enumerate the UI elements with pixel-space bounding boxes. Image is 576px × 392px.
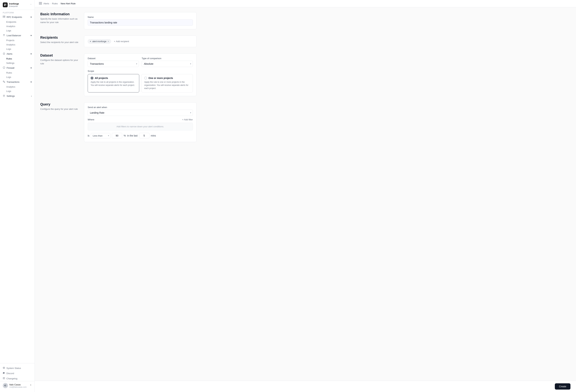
recipients-title: Recipients bbox=[40, 36, 79, 40]
svg-point-8 bbox=[4, 95, 4, 96]
query-desc: Configure the query for your alert rule bbox=[40, 107, 79, 111]
sidebar-item-logs-rpc[interactable]: Logs bbox=[0, 28, 34, 33]
app-plan: Enterprise bbox=[9, 5, 19, 7]
sidebar-settings-icon-wrap: Settings bbox=[3, 95, 15, 98]
breadcrumb-alerts[interactable]: Alerts bbox=[43, 2, 49, 5]
platform-label: Platform bbox=[0, 10, 34, 14]
svg-point-10 bbox=[4, 367, 4, 368]
sidebar-group-transactions-label: Transactions bbox=[7, 81, 19, 83]
chevron-down-icon: ▾ bbox=[30, 16, 32, 18]
scope-one-title: One or more projects bbox=[148, 77, 173, 79]
sidebar-footer: System Status Discord Changelog IC Italo… bbox=[0, 363, 34, 392]
svg-rect-2 bbox=[4, 5, 5, 6]
sidebar-toggle-icon[interactable]: ⌃ bbox=[30, 4, 32, 6]
sidebar-item-logs-firewall[interactable]: Logs bbox=[0, 75, 34, 79]
app-brand: Ironforge Enterprise bbox=[9, 2, 19, 7]
system-status-label: System Status bbox=[6, 367, 21, 369]
sidebar-header: Ironforge Enterprise ⌃ bbox=[0, 0, 34, 10]
condition-in-last-label: in the last bbox=[127, 134, 138, 137]
sidebar-item-endpoints[interactable]: Endpoints bbox=[0, 20, 34, 24]
dataset-select[interactable]: Transactions bbox=[88, 61, 139, 67]
condition-time-input[interactable] bbox=[139, 133, 149, 138]
recipient-tag-label: alert-ironforge bbox=[92, 40, 106, 43]
query-left: Query Configure the query for your alert… bbox=[40, 102, 79, 111]
sidebar-group-rpc-icon-wrap: RPC Endpoints bbox=[3, 16, 22, 19]
svg-point-7 bbox=[4, 17, 5, 17]
sidebar-group-alerts-header[interactable]: Alerts ▾ bbox=[0, 51, 34, 56]
basic-info-card: Name bbox=[84, 12, 197, 29]
dataset-select-wrap: Transactions ▾ bbox=[88, 61, 139, 67]
breadcrumb-sep-2: › bbox=[59, 2, 59, 5]
changelog-icon bbox=[3, 377, 5, 380]
avatar: IC bbox=[3, 383, 8, 388]
sidebar-item-logs-tx[interactable]: Logs bbox=[0, 89, 34, 93]
sidebar-item-analytics-rpc[interactable]: Analytics bbox=[0, 24, 34, 28]
create-button[interactable]: Create bbox=[555, 383, 571, 390]
dataset-card: Dataset Transactions ▾ Type of compariso… bbox=[84, 53, 197, 96]
bell-icon bbox=[3, 52, 5, 55]
sidebar-toggle-button[interactable] bbox=[39, 2, 42, 5]
name-label: Name bbox=[88, 16, 193, 18]
breadcrumb-rules[interactable]: Rules bbox=[52, 2, 58, 5]
sidebar-item-rules[interactable]: Rules bbox=[0, 56, 34, 61]
logo-icon bbox=[3, 2, 8, 7]
app-logo: Ironforge Enterprise bbox=[3, 2, 19, 7]
svg-rect-1 bbox=[5, 4, 6, 5]
sidebar-group-lb-icon-wrap: Load Balancer bbox=[3, 34, 21, 37]
chevron-down-icon-firewall: ▾ bbox=[30, 67, 32, 69]
metric-select[interactable]: Landing Rate bbox=[88, 110, 193, 116]
dataset-field: Dataset Transactions ▾ bbox=[88, 57, 139, 67]
svg-rect-12 bbox=[39, 3, 42, 3]
changelog-item[interactable]: Changelog bbox=[0, 376, 34, 381]
sidebar-group-lb-header[interactable]: Load Balancer ▾ bbox=[0, 33, 34, 38]
sidebar-group-transactions-icon-wrap: Transactions bbox=[3, 80, 19, 83]
discord-label: Discord bbox=[6, 372, 14, 375]
system-status-item[interactable]: System Status bbox=[0, 366, 34, 371]
recipient-remove-button[interactable]: ✕ bbox=[108, 40, 109, 43]
basic-info-desc: Specify the basic information such as na… bbox=[40, 17, 79, 24]
add-recipient-button[interactable]: + Add recipient bbox=[113, 39, 130, 43]
sidebar-item-analytics-tx[interactable]: Analytics bbox=[0, 85, 34, 89]
content-inner: Basic Information Specify the basic info… bbox=[40, 12, 197, 142]
sidebar-item-settings-alerts[interactable]: Settings bbox=[0, 61, 34, 65]
condition-operator-select[interactable]: Less than Greater than Equal to bbox=[91, 133, 110, 138]
breadcrumb-sep-1: › bbox=[50, 2, 51, 5]
sidebar-group-transactions-header[interactable]: Transactions ▾ bbox=[0, 79, 34, 85]
plus-icon: + bbox=[114, 40, 115, 43]
filter-empty-message: Add filters to narrow down your alert co… bbox=[88, 123, 193, 131]
sidebar-item-projects[interactable]: Projects bbox=[0, 38, 34, 43]
where-label: Where bbox=[88, 118, 94, 121]
sidebar-item-logs-lb[interactable]: Logs bbox=[0, 47, 34, 51]
system-status-icon bbox=[3, 367, 5, 369]
chevron-down-icon-alerts: ▾ bbox=[30, 52, 32, 55]
recipients-row: ✦ alert-ironforge ✕ + Add recipient bbox=[88, 39, 193, 44]
bottom-bar: Create bbox=[35, 381, 576, 392]
server-icon bbox=[3, 16, 5, 19]
name-input[interactable] bbox=[88, 19, 193, 26]
scope-one-or-more[interactable]: One or more projects Apply the rule to o… bbox=[141, 74, 193, 92]
sidebar-group-firewall-header[interactable]: Firewall ▾ bbox=[0, 65, 34, 71]
basic-info-section: Basic Information Specify the basic info… bbox=[40, 12, 197, 29]
sidebar-group-rpc-label: RPC Endpoints bbox=[7, 16, 22, 18]
dataset-section: Dataset Configure the dataset options fo… bbox=[40, 53, 197, 96]
add-filter-button[interactable]: + Add filter bbox=[182, 118, 193, 121]
sidebar-group-rpc-header[interactable]: RPC Endpoints ▾ bbox=[0, 14, 34, 20]
sidebar-item-analytics-lb[interactable]: Analytics bbox=[0, 43, 34, 47]
scope-all-projects[interactable]: All projects Apply the rule to all proje… bbox=[88, 74, 139, 92]
breadcrumb: Alerts › Rules › New Alert Rule bbox=[43, 2, 76, 5]
condition-value-input[interactable] bbox=[112, 133, 122, 138]
query-section: Query Configure the query for your alert… bbox=[40, 102, 197, 142]
scope-one-header: One or more projects bbox=[144, 77, 190, 79]
recipients-desc: Select the recipients for your alert rul… bbox=[40, 41, 79, 44]
recipient-tag-ironforge: ✦ alert-ironforge ✕ bbox=[88, 39, 111, 44]
sidebar-group-lb-label: Load Balancer bbox=[7, 34, 21, 37]
discord-item[interactable]: Discord bbox=[0, 371, 34, 376]
chevron-down-icon-tx: ▾ bbox=[30, 81, 32, 83]
comparison-select-wrap: Absolute ▾ bbox=[142, 61, 193, 67]
comparison-select[interactable]: Absolute bbox=[142, 61, 193, 67]
add-recipient-label: Add recipient bbox=[116, 40, 129, 43]
sidebar-user[interactable]: IC Italo Casas me@italocasas.com ⌃ bbox=[0, 381, 34, 390]
svg-rect-13 bbox=[39, 4, 42, 4]
sidebar-item-settings[interactable]: Settings › bbox=[0, 93, 34, 99]
sidebar-item-rules-firewall[interactable]: Rules bbox=[0, 71, 34, 75]
